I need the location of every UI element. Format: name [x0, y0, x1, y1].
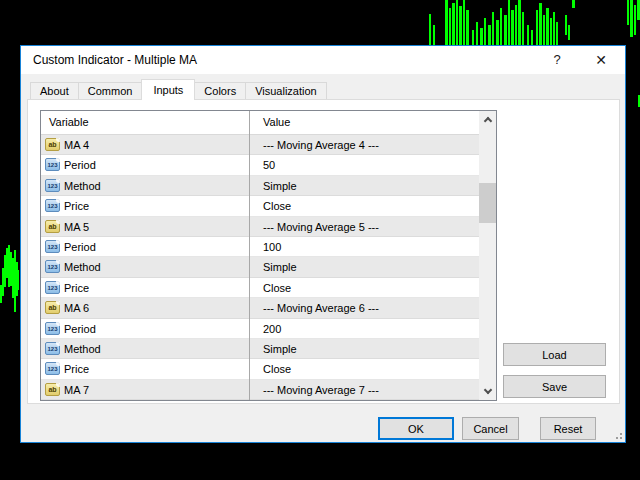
- tab-common[interactable]: Common: [78, 82, 143, 100]
- tab-visualization[interactable]: Visualization: [245, 82, 327, 100]
- variable-name: Period: [64, 237, 96, 257]
- table-row[interactable]: ab MA 6 --- Moving Average 6 ---: [41, 298, 479, 318]
- tab-bar: AboutCommonInputsColorsVisualization: [30, 79, 326, 100]
- variable-name: MA 5: [64, 217, 89, 237]
- table-row[interactable]: ab MA 5 --- Moving Average 5 ---: [41, 217, 479, 237]
- variable-value: Simple: [263, 176, 297, 196]
- tab-label: About: [40, 85, 69, 97]
- numeric-type-icon: 123: [45, 199, 60, 212]
- table-row[interactable]: 123 Method Simple: [41, 339, 479, 359]
- numeric-type-icon: 123: [45, 260, 60, 273]
- scrollbar-up-icon[interactable]: [479, 111, 496, 128]
- variable-name: Price: [64, 196, 89, 216]
- variable-value: Close: [263, 196, 291, 216]
- table-row[interactable]: ab MA 4 --- Moving Average 4 ---: [41, 135, 479, 155]
- numeric-type-icon: 123: [45, 179, 60, 192]
- variable-value: 100: [263, 237, 281, 257]
- help-button[interactable]: ?: [541, 46, 573, 74]
- table-row[interactable]: ab MA 7 --- Moving Average 7 ---: [41, 380, 479, 400]
- table-row[interactable]: 123 Period 50: [41, 155, 479, 175]
- table-row[interactable]: 123 Period 100: [41, 237, 479, 257]
- string-type-icon: ab: [45, 220, 60, 233]
- tab-label: Colors: [204, 85, 236, 97]
- table-row[interactable]: 123 Price Close: [41, 278, 479, 298]
- variable-value: --- Moving Average 5 ---: [263, 217, 379, 237]
- variable-value: --- Moving Average 7 ---: [263, 380, 379, 400]
- tab-about[interactable]: About: [30, 82, 79, 100]
- variable-name: Period: [64, 155, 96, 175]
- variable-name: MA 7: [64, 380, 89, 400]
- tab-label: Common: [88, 85, 133, 97]
- custom-indicator-dialog: Custom Indicator - Multiple MA ? ✕ About…: [20, 45, 626, 443]
- variable-name: MA 6: [64, 298, 89, 318]
- reset-button[interactable]: Reset: [540, 417, 596, 440]
- table-row[interactable]: 123 Price Close: [41, 196, 479, 216]
- table-header: Variable Value: [41, 111, 479, 135]
- variable-name: Method: [64, 257, 101, 277]
- ok-button[interactable]: OK: [378, 417, 454, 440]
- table-body: ab MA 4 --- Moving Average 4 --- 123 Per…: [41, 135, 479, 400]
- variable-name: Method: [64, 339, 101, 359]
- numeric-type-icon: 123: [45, 281, 60, 294]
- variable-value: Close: [263, 359, 291, 379]
- cancel-button[interactable]: Cancel: [462, 417, 519, 440]
- table-row[interactable]: 123 Period 200: [41, 319, 479, 339]
- variable-value: --- Moving Average 6 ---: [263, 298, 379, 318]
- table-scrollbar[interactable]: [479, 111, 496, 400]
- window-title: Custom Indicator - Multiple MA: [33, 46, 197, 74]
- scrollbar-thumb[interactable]: [479, 183, 496, 223]
- column-divider[interactable]: [249, 111, 250, 400]
- variable-name: Method: [64, 176, 101, 196]
- variable-value: Simple: [263, 257, 297, 277]
- variable-value: Simple: [263, 339, 297, 359]
- tab-label: Inputs: [153, 84, 183, 96]
- variable-value: --- Moving Average 4 ---: [263, 135, 379, 155]
- table-row[interactable]: 123 Price Close: [41, 359, 479, 379]
- close-button[interactable]: ✕: [585, 46, 617, 74]
- column-header-value[interactable]: Value: [263, 111, 290, 134]
- variable-value: 50: [263, 155, 275, 175]
- variable-name: MA 4: [64, 135, 89, 155]
- scrollbar-down-icon[interactable]: [479, 383, 496, 400]
- tab-colors[interactable]: Colors: [194, 82, 246, 100]
- table-row[interactable]: 123 Method Simple: [41, 176, 479, 196]
- load-button[interactable]: Load: [503, 343, 606, 366]
- variable-name: Period: [64, 319, 96, 339]
- titlebar[interactable]: Custom Indicator - Multiple MA ? ✕: [21, 46, 625, 74]
- variable-value: Close: [263, 278, 291, 298]
- resize-grip[interactable]: [613, 430, 623, 440]
- variable-name: Price: [64, 278, 89, 298]
- inputs-table: Variable Value ab MA 4 --- Moving Averag…: [40, 110, 497, 401]
- numeric-type-icon: 123: [45, 342, 60, 355]
- numeric-type-icon: 123: [45, 158, 60, 171]
- numeric-type-icon: 123: [45, 322, 60, 335]
- numeric-type-icon: 123: [45, 362, 60, 375]
- string-type-icon: ab: [45, 138, 60, 151]
- string-type-icon: ab: [45, 383, 60, 396]
- tab-inputs[interactable]: Inputs: [141, 79, 195, 100]
- variable-value: 200: [263, 319, 281, 339]
- screen: Custom Indicator - Multiple MA ? ✕ About…: [0, 0, 640, 480]
- tab-label: Visualization: [255, 85, 317, 97]
- variable-name: Price: [64, 359, 89, 379]
- string-type-icon: ab: [45, 301, 60, 314]
- table-row[interactable]: 123 Method Simple: [41, 257, 479, 277]
- save-button[interactable]: Save: [503, 375, 606, 398]
- column-header-variable[interactable]: Variable: [49, 111, 89, 134]
- numeric-type-icon: 123: [45, 240, 60, 253]
